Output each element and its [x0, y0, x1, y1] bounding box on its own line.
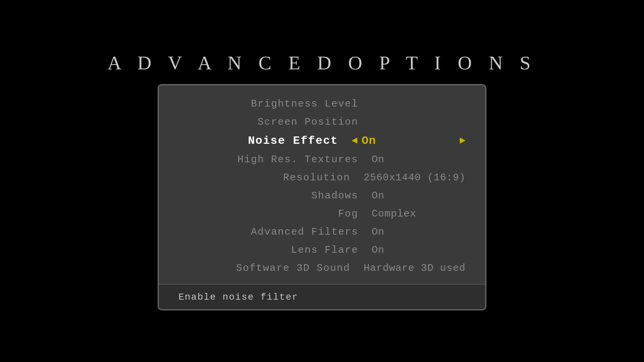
- option-value-fog: Complex: [372, 208, 466, 220]
- option-value-shadows: On: [372, 190, 466, 201]
- option-row-shadows[interactable]: ShadowsOn: [178, 187, 466, 205]
- option-row-lens-flare[interactable]: Lens FlareOn: [178, 241, 466, 259]
- option-row-advanced-filters[interactable]: Advanced FiltersOn: [178, 223, 466, 241]
- option-label-lens-flare: Lens Flare: [217, 244, 358, 256]
- option-value-high-res-textures: On: [372, 154, 466, 165]
- option-value-noise-effect: On: [362, 134, 455, 147]
- option-label-software-3d-sound: Software 3D Sound: [209, 262, 350, 274]
- option-row-high-res-textures[interactable]: High Res. TexturesOn: [178, 150, 466, 169]
- option-value-wrapper-noise-effect: ◄On►: [352, 134, 466, 147]
- option-row-brightness[interactable]: Brightness Level: [178, 95, 466, 113]
- option-label-shadows: Shadows: [217, 190, 358, 201]
- page-title: A D V A N C E D O P T I O N S: [107, 52, 536, 74]
- arrow-left-icon[interactable]: ◄: [352, 135, 358, 146]
- options-panel: Brightness LevelScreen PositionNoise Eff…: [158, 84, 486, 310]
- option-row-software-3d-sound[interactable]: Software 3D SoundHardware 3D used: [178, 259, 466, 277]
- description-bar: Enable noise filter: [158, 285, 486, 310]
- screen: A D V A N C E D O P T I O N S Brightness…: [0, 0, 644, 362]
- arrow-right-icon[interactable]: ►: [460, 135, 466, 146]
- option-label-noise-effect: Noise Effect: [197, 134, 338, 147]
- option-row-fog[interactable]: FogComplex: [178, 205, 466, 223]
- option-row-resolution[interactable]: Resolution2560x1440 (16:9): [178, 169, 466, 187]
- option-label-resolution: Resolution: [209, 172, 350, 183]
- option-value-software-3d-sound: Hardware 3D used: [364, 262, 466, 274]
- option-label-brightness: Brightness Level: [217, 98, 358, 110]
- option-label-screen-position: Screen Position: [217, 116, 358, 128]
- description-text: Enable noise filter: [178, 292, 298, 302]
- option-row-noise-effect[interactable]: Noise Effect◄On►: [178, 131, 466, 150]
- option-value-advanced-filters: On: [372, 226, 466, 238]
- option-value-lens-flare: On: [372, 244, 466, 256]
- option-label-advanced-filters: Advanced Filters: [217, 226, 358, 238]
- option-label-high-res-textures: High Res. Textures: [217, 154, 358, 165]
- options-list: Brightness LevelScreen PositionNoise Eff…: [158, 85, 486, 284]
- option-row-screen-position[interactable]: Screen Position: [178, 113, 466, 131]
- option-label-fog: Fog: [217, 208, 358, 220]
- option-value-resolution: 2560x1440 (16:9): [364, 172, 466, 183]
